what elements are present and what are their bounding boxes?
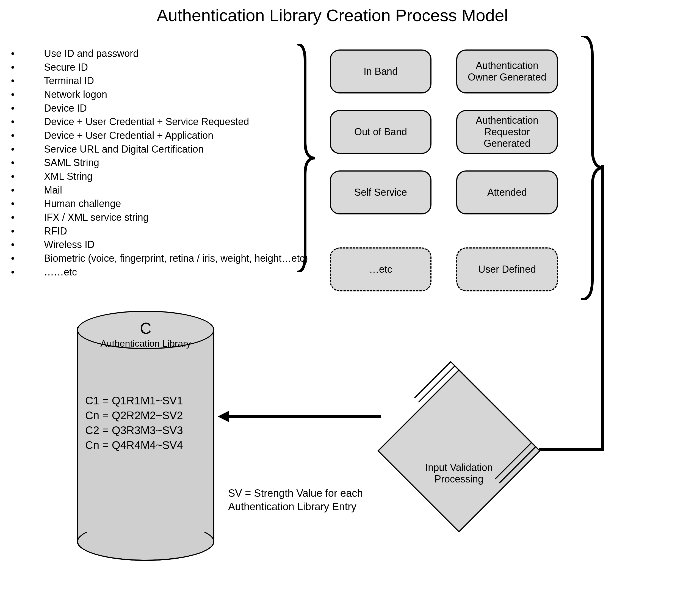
cat-label: User Defined [478,264,536,275]
cat-label: …etc [369,264,392,275]
list-item: •Device + User Credential + Application [5,129,313,142]
list-item: •RFID [5,224,313,238]
connector-horizontal-to-diamond [539,448,604,451]
list-item: •Biometric (voice, fingerprint, retina /… [5,251,313,265]
connector-vertical [601,165,604,451]
cylinder-entry: C2 = Q3R3M3~SV3 [85,423,183,438]
auth-methods-list: •Use ID and password•Secure ID•Terminal … [5,47,313,279]
list-item: •Device ID [5,101,313,115]
cylinder-entry: C1 = Q1R1M1~SV1 [85,393,183,408]
list-item: •Terminal ID [5,74,313,88]
cat-auth-requestor-generated: Authentication Requestor Generated [456,110,558,154]
list-item: •Wireless ID [5,238,313,251]
list-item-text: Use ID and password [44,47,313,60]
cat-self-service: Self Service [330,170,431,215]
cat-label: Authentication Requestor Generated [462,115,552,149]
list-item-text: Terminal ID [44,74,313,88]
list-item-text: IFX / XML service string [44,210,313,224]
input-validation-processing: Input Validation Processing [377,368,542,533]
bullet-icon: • [5,183,44,197]
list-item-text: Secure ID [44,60,313,74]
list-item: •Network logon [5,88,313,101]
list-item-text: ……etc [44,265,313,279]
authentication-library-cylinder: C Authentication Library C1 = Q1R1M1~SV1… [77,311,215,558]
list-item-text: SAML String [44,156,313,170]
list-item-text: Mail [44,183,313,197]
diamond-label-line1: Input Validation [377,462,542,473]
cat-attended: Attended [456,170,558,215]
bullet-icon: • [5,265,44,279]
list-item-text: Service URL and Digital Certification [44,142,313,156]
bullet-icon: • [5,47,44,60]
sv-note-line2: Authentication Library Entry [228,500,363,514]
bullet-icon: • [5,142,44,156]
cat-label: In Band [364,66,398,77]
cat-label: Out of Band [354,126,407,138]
bullet-icon: • [5,210,44,224]
list-item-text: Biometric (voice, fingerprint, retina / … [44,251,313,265]
list-item: •……etc [5,265,313,279]
list-item-text: Human challenge [44,197,313,210]
cat-label: Attended [487,187,527,198]
bullet-icon: • [5,251,44,265]
sv-note: SV = Strength Value for each Authenticat… [228,487,363,514]
cylinder-letter: C [77,319,215,337]
cat-label: Self Service [354,187,407,198]
list-item-text: Device + User Credential + Application [44,129,313,142]
list-item-text: RFID [44,224,313,238]
bullet-icon: • [5,224,44,238]
cat-out-of-band: Out of Band [330,110,431,154]
bullet-icon: • [5,101,44,115]
list-item: •SAML String [5,156,313,170]
list-item: •Secure ID [5,60,313,74]
list-item: •XML String [5,170,313,183]
list-item: •Mail [5,183,313,197]
list-item-text: Device + User Credential + Service Reque… [44,115,313,129]
cat-etc: …etc [330,247,431,291]
arrow-diamond-to-cylinder [228,415,381,418]
list-item: •IFX / XML service string [5,210,313,224]
cylinder-entry: Cn = Q2R2M2~SV2 [85,408,183,423]
cylinder-entry: Cn = Q4R4M4~SV4 [85,438,183,452]
list-item: •Device + User Credential + Service Requ… [5,115,313,129]
cylinder-label: Authentication Library [77,338,215,349]
list-item-text: XML String [44,170,313,183]
list-item: •Human challenge [5,197,313,210]
list-item-text: Wireless ID [44,238,313,251]
brace-left [294,44,316,272]
cat-user-defined: User Defined [456,247,558,291]
bullet-icon: • [5,115,44,129]
cat-label: Authentication Owner Generated [462,60,552,83]
arrow-head-icon [218,411,229,422]
cylinder-entries: C1 = Q1R1M1~SV1Cn = Q2R2M2~SV2C2 = Q3R3M… [85,393,183,452]
bullet-icon: • [5,88,44,101]
list-item: •Service URL and Digital Certification [5,142,313,156]
cat-in-band: In Band [330,49,431,94]
bullet-icon: • [5,170,44,183]
bullet-icon: • [5,197,44,210]
bullet-icon: • [5,129,44,142]
diamond-label-line2: Processing [377,473,542,485]
bullet-icon: • [5,60,44,74]
bullet-icon: • [5,74,44,88]
brace-right [577,36,605,300]
diagram-title: Authentication Library Creation Process … [157,5,508,25]
cat-auth-owner-generated: Authentication Owner Generated [456,49,558,94]
sv-note-line1: SV = Strength Value for each [228,487,363,500]
list-item-text: Network logon [44,88,313,101]
bullet-icon: • [5,156,44,170]
list-item-text: Device ID [44,101,313,115]
list-item: •Use ID and password [5,47,313,60]
bullet-icon: • [5,238,44,251]
